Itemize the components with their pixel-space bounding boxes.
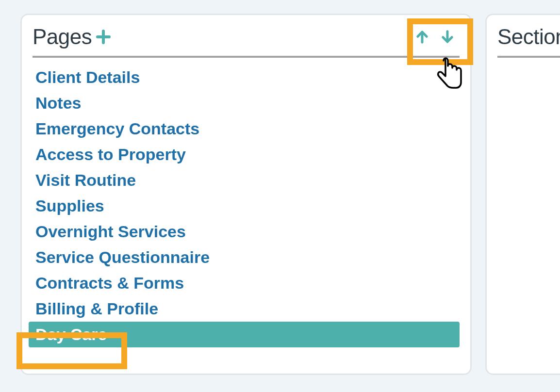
sections-panel: Section <box>485 14 560 375</box>
page-item[interactable]: Supplies <box>33 193 460 219</box>
page-item[interactable]: Contracts & Forms <box>33 270 460 296</box>
page-item[interactable]: Day Care <box>29 322 460 347</box>
page-item[interactable]: Emergency Contacts <box>33 116 460 142</box>
pages-panel: Pages Cli <box>20 14 472 375</box>
plus-icon[interactable] <box>95 28 112 46</box>
sections-title: Section <box>497 25 560 49</box>
page-item[interactable]: Access to Property <box>33 142 460 167</box>
reorder-arrows <box>410 26 460 48</box>
page-item[interactable]: Overnight Services <box>33 219 460 245</box>
page-item[interactable]: Visit Routine <box>33 167 460 193</box>
arrow-up-icon[interactable] <box>413 28 431 46</box>
pages-title-wrap: Pages <box>33 25 112 49</box>
page-item[interactable]: Notes <box>33 90 460 116</box>
sections-panel-header: Section <box>497 25 560 58</box>
pages-title: Pages <box>33 25 92 49</box>
pages-panel-header: Pages <box>33 25 460 58</box>
page-item[interactable]: Client Details <box>33 65 460 90</box>
pages-list: Client DetailsNotesEmergency ContactsAcc… <box>33 65 460 347</box>
sections-title-wrap: Section <box>497 25 560 49</box>
page-item[interactable]: Service Questionnaire <box>33 245 460 270</box>
page-item[interactable]: Billing & Profile <box>33 296 460 322</box>
arrow-down-icon[interactable] <box>438 28 457 46</box>
